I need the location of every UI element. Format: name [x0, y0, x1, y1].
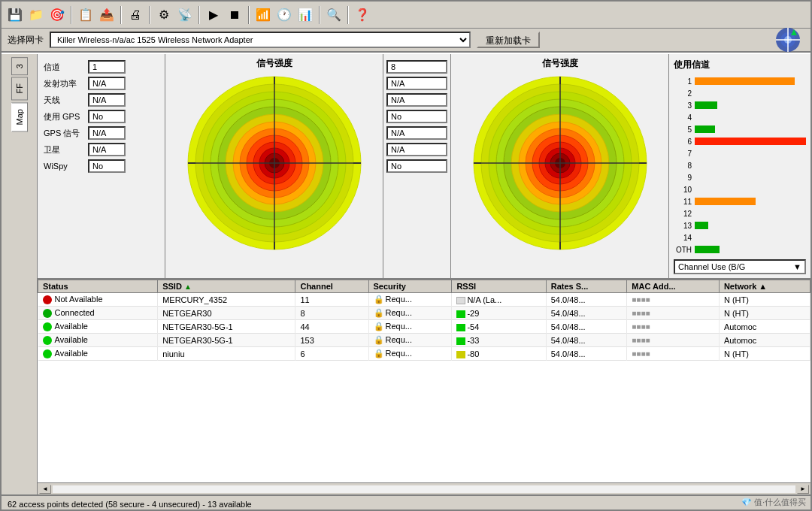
channel-number: 9 [674, 174, 692, 182]
separator5 [248, 6, 250, 24]
wifi-scan-icon[interactable]: 📶 [254, 6, 272, 24]
channel-bar-container [695, 138, 806, 145]
channel-row: 14 [674, 232, 806, 243]
cell-ssid: MERCURY_4352 [158, 293, 295, 307]
channel-bar [695, 246, 720, 253]
radar-panel-2: 信号强度 [451, 54, 669, 278]
col-ssid[interactable]: SSID ▲ [158, 280, 295, 293]
lock-icon: 🔒 [374, 308, 384, 317]
info-panel-1: 信道 1 发射功率 N/A 天线 N/A 使用 GPS No GPS 信号 [38, 54, 165, 278]
channel-bar-container [695, 174, 806, 181]
cell-rssi: -29 [452, 307, 546, 320]
channel-row: 3 [674, 100, 806, 110]
reload-button[interactable]: 重新加载卡 [477, 32, 540, 48]
col-rates[interactable]: Rates S... [546, 280, 627, 293]
channel-number: 14 [674, 234, 692, 242]
filter-icon[interactable]: 🔍 [325, 6, 343, 24]
panel2-val-3: N/A [386, 93, 447, 107]
power-label: 发射功率 [44, 78, 85, 89]
folder-icon[interactable]: 📁 [27, 6, 45, 24]
channel-row: 12 [674, 208, 806, 219]
col-network[interactable]: Network ▲ [719, 280, 810, 293]
radar1-container [184, 73, 365, 253]
channel-number: 13 [674, 222, 692, 230]
col-status[interactable]: Status [38, 280, 158, 293]
settings-icon[interactable]: ⚙ [155, 6, 173, 24]
info-row-antenna: 天线 N/A [44, 93, 159, 107]
panel2-val-5: N/A [386, 126, 447, 140]
col-rssi[interactable]: RSSI [452, 280, 546, 293]
scroll-left-icon[interactable]: ◄ [39, 485, 51, 494]
channel-row: 6 [674, 136, 806, 147]
adapter-select[interactable]: Killer Wireless-n/a/ac 1525 Wireless Net… [50, 32, 471, 48]
radar2-title: 信号强度 [542, 57, 578, 70]
cell-ssid: niuniu [158, 347, 295, 361]
cell-security: 🔒Requ... [368, 320, 452, 334]
help-icon[interactable]: ❓ [353, 6, 371, 24]
channel-dropdown-label: Channel Use (B/G [678, 262, 745, 271]
play-icon[interactable]: ▶ [205, 6, 223, 24]
table-row[interactable]: Available niuniu 6 🔒Requ... -80 54.0/48.… [38, 347, 810, 361]
col-mac[interactable]: MAC Add... [627, 280, 720, 293]
table-row[interactable]: Available NETGEAR30-5G-1 153 🔒Requ... -3… [38, 334, 810, 347]
table-row[interactable]: Available NETGEAR30-5G-1 44 🔒Requ... -54… [38, 320, 810, 334]
cell-status: Available [38, 334, 158, 347]
channel-bar-container [695, 198, 806, 205]
gpssig-label: GPS 信号 [44, 128, 85, 139]
col-channel[interactable]: Channel [295, 280, 368, 293]
sidebar-tabs: 3 FF Map [2, 54, 38, 494]
cell-network: N (HT) [719, 347, 810, 361]
clock-icon[interactable]: 🕐 [275, 6, 293, 24]
tab-ff[interactable]: FF [11, 77, 28, 100]
table-row[interactable]: Connected NETGEAR30 8 🔒Requ... -29 54.0/… [38, 307, 810, 320]
panel2-val-1: 8 [386, 60, 447, 74]
separator7 [347, 6, 349, 24]
wispy-value: No [88, 159, 126, 173]
cell-ssid: NETGEAR30-5G-1 [158, 320, 295, 334]
tab-3[interactable]: 3 [11, 57, 28, 75]
cell-rates: 54.0/48... [546, 347, 627, 361]
cell-security: 🔒Requ... [368, 307, 452, 320]
scroll-right-icon[interactable]: ► [797, 485, 809, 494]
radar2-container [470, 73, 650, 253]
cell-rates: 54.0/48... [546, 320, 627, 334]
info-panel-2: 8 N/A N/A No N/A N/A No [383, 54, 451, 278]
channel-dropdown[interactable]: Channel Use (B/G ▼ [674, 259, 806, 274]
panel2-val-6: N/A [386, 143, 447, 156]
status-dot [43, 349, 52, 358]
gps-label: 使用 GPS [44, 111, 85, 122]
panel2-val-2: N/A [386, 77, 447, 90]
channel-number: OTH [674, 246, 692, 254]
cell-network: Automoc [719, 334, 810, 347]
radar2-svg [470, 73, 650, 253]
channel-row: 7 [674, 148, 806, 159]
col-security[interactable]: Security [368, 280, 452, 293]
radar1-svg [184, 73, 365, 253]
export-icon[interactable]: 📤 [98, 6, 116, 24]
table-row[interactable]: Not Available MERCURY_4352 11 🔒Requ... N… [38, 293, 810, 307]
satellite-label: 卫星 [44, 144, 85, 156]
status-dot [43, 309, 52, 318]
separator6 [319, 6, 320, 24]
channel-bar-container [695, 186, 806, 193]
satellite-value: N/A [88, 143, 126, 156]
copy-icon[interactable]: 📋 [77, 6, 95, 24]
cell-rates: 54.0/48... [546, 307, 627, 320]
target-icon[interactable]: 🎯 [48, 6, 66, 24]
h-scrollbar[interactable]: ◄ ► [38, 482, 810, 494]
tab-map[interactable]: Map [11, 102, 28, 132]
save-icon[interactable]: 💾 [6, 6, 24, 24]
channel-number: 5 [674, 125, 692, 134]
cell-network: N (HT) [719, 293, 810, 307]
table-scroll[interactable]: Status SSID ▲ Channel Security RSSI Rate… [38, 280, 810, 482]
cell-status: Not Available [38, 293, 158, 307]
networks-tbody: Not Available MERCURY_4352 11 🔒Requ... N… [38, 293, 810, 361]
print-icon[interactable]: 🖨 [126, 6, 144, 24]
devices-icon[interactable]: 📡 [176, 6, 194, 24]
channel-bar [695, 101, 717, 109]
channel-row: 5 [674, 124, 806, 135]
graph-icon[interactable]: 📊 [296, 6, 314, 24]
status-dot [43, 336, 52, 345]
cell-mac: ■■■■ [627, 293, 720, 307]
stop-icon[interactable]: ⏹ [226, 6, 244, 24]
